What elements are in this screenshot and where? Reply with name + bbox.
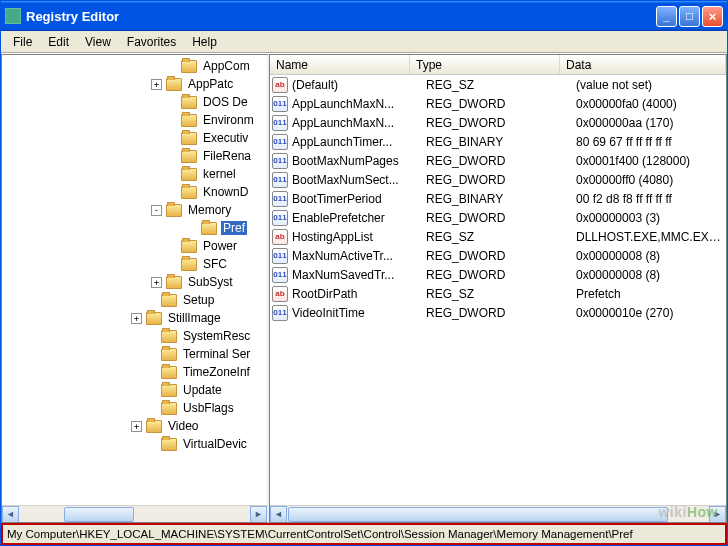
string-value-icon: ab bbox=[272, 77, 288, 93]
tree-body[interactable]: AppCom+AppPatcDOS DeEnvironmExecutivFile… bbox=[2, 55, 267, 505]
folder-icon bbox=[166, 276, 182, 289]
scroll-left-icon[interactable]: ◄ bbox=[270, 506, 287, 523]
tree-label: KnownD bbox=[201, 185, 250, 199]
value-type: REG_DWORD bbox=[426, 249, 576, 263]
value-type: REG_BINARY bbox=[426, 192, 576, 206]
tree-label: FileRena bbox=[201, 149, 253, 163]
scroll-thumb[interactable] bbox=[288, 507, 668, 522]
folder-icon bbox=[181, 114, 197, 127]
menu-file[interactable]: File bbox=[5, 33, 40, 51]
tree-item[interactable]: TimeZoneInf bbox=[2, 363, 267, 381]
expand-icon[interactable]: + bbox=[131, 421, 142, 432]
tree-label: Memory bbox=[186, 203, 233, 217]
list-panel: Name Type Data ab(Default)REG_SZ(value n… bbox=[269, 54, 727, 523]
value-name: AppLaunchMaxN... bbox=[292, 97, 426, 111]
value-row[interactable]: abRootDirPathREG_SZPrefetch bbox=[270, 284, 726, 303]
tree-item[interactable]: Power bbox=[2, 237, 267, 255]
tree-item[interactable]: Update bbox=[2, 381, 267, 399]
value-name: (Default) bbox=[292, 78, 426, 92]
tree-item[interactable]: Environm bbox=[2, 111, 267, 129]
value-name: BootMaxNumSect... bbox=[292, 173, 426, 187]
column-data[interactable]: Data bbox=[560, 55, 726, 74]
list-body[interactable]: ab(Default)REG_SZ(value not set)011AppLa… bbox=[270, 75, 726, 505]
tree-item[interactable]: +SubSyst bbox=[2, 273, 267, 291]
menu-favorites[interactable]: Favorites bbox=[119, 33, 184, 51]
maximize-button[interactable]: □ bbox=[679, 6, 700, 27]
folder-icon bbox=[146, 312, 162, 325]
tree-item[interactable]: -Memory bbox=[2, 201, 267, 219]
tree-label: Terminal Ser bbox=[181, 347, 252, 361]
tree-label: UsbFlags bbox=[181, 401, 236, 415]
collapse-icon[interactable]: - bbox=[151, 205, 162, 216]
expand-icon[interactable]: + bbox=[151, 79, 162, 90]
tree-item[interactable]: AppCom bbox=[2, 57, 267, 75]
scroll-right-icon[interactable]: ► bbox=[250, 506, 267, 523]
close-button[interactable]: × bbox=[702, 6, 723, 27]
tree-item[interactable]: FileRena bbox=[2, 147, 267, 165]
folder-icon bbox=[181, 240, 197, 253]
menu-view[interactable]: View bbox=[77, 33, 119, 51]
statusbar-path: My Computer\HKEY_LOCAL_MACHINE\SYSTEM\Cu… bbox=[1, 523, 727, 545]
tree-label: Power bbox=[201, 239, 239, 253]
tree-item[interactable]: SystemResc bbox=[2, 327, 267, 345]
tree-scrollbar[interactable]: ◄ ► bbox=[2, 505, 267, 522]
value-row[interactable]: ab(Default)REG_SZ(value not set) bbox=[270, 75, 726, 94]
tree-item[interactable]: VirtualDevic bbox=[2, 435, 267, 453]
binary-value-icon: 011 bbox=[272, 96, 288, 112]
value-data: 0x00000003 (3) bbox=[576, 211, 726, 225]
value-data: 0x00000ff0 (4080) bbox=[576, 173, 726, 187]
tree-label: VirtualDevic bbox=[181, 437, 249, 451]
column-type[interactable]: Type bbox=[410, 55, 560, 74]
value-name: MaxNumActiveTr... bbox=[292, 249, 426, 263]
scroll-left-icon[interactable]: ◄ bbox=[2, 506, 19, 523]
tree-item[interactable]: Executiv bbox=[2, 129, 267, 147]
binary-value-icon: 011 bbox=[272, 134, 288, 150]
tree-item[interactable]: +StillImage bbox=[2, 309, 267, 327]
value-row[interactable]: 011BootMaxNumSect...REG_DWORD0x00000ff0 … bbox=[270, 170, 726, 189]
scroll-track[interactable] bbox=[19, 506, 250, 523]
tree-item[interactable]: Pref bbox=[2, 219, 267, 237]
scroll-thumb[interactable] bbox=[64, 507, 134, 522]
expand-icon[interactable]: + bbox=[131, 313, 142, 324]
tree-item[interactable]: DOS De bbox=[2, 93, 267, 111]
tree-item[interactable]: UsbFlags bbox=[2, 399, 267, 417]
tree-label: Setup bbox=[181, 293, 216, 307]
tree-item[interactable]: Terminal Ser bbox=[2, 345, 267, 363]
column-name[interactable]: Name bbox=[270, 55, 410, 74]
tree-item[interactable]: kernel bbox=[2, 165, 267, 183]
value-row[interactable]: 011BootMaxNumPagesREG_DWORD0x0001f400 (1… bbox=[270, 151, 726, 170]
tree-label: SystemResc bbox=[181, 329, 252, 343]
watermark-how: How bbox=[687, 504, 718, 520]
value-data: 0x00000fa0 (4000) bbox=[576, 97, 726, 111]
value-row[interactable]: 011MaxNumSavedTr...REG_DWORD0x00000008 (… bbox=[270, 265, 726, 284]
value-row[interactable]: 011VideoInitTimeREG_DWORD0x0000010e (270… bbox=[270, 303, 726, 322]
value-row[interactable]: abHostingAppListREG_SZDLLHOST.EXE,MMC.EX… bbox=[270, 227, 726, 246]
tree-item[interactable]: +Video bbox=[2, 417, 267, 435]
value-name: VideoInitTime bbox=[292, 306, 426, 320]
value-row[interactable]: 011MaxNumActiveTr...REG_DWORD0x00000008 … bbox=[270, 246, 726, 265]
titlebar[interactable]: Registry Editor _ □ × bbox=[1, 1, 727, 31]
menu-help[interactable]: Help bbox=[184, 33, 225, 51]
value-row[interactable]: 011EnablePrefetcherREG_DWORD0x00000003 (… bbox=[270, 208, 726, 227]
binary-value-icon: 011 bbox=[272, 267, 288, 283]
tree-item[interactable]: KnownD bbox=[2, 183, 267, 201]
string-value-icon: ab bbox=[272, 229, 288, 245]
value-row[interactable]: 011AppLaunchTimer...REG_BINARY80 69 67 f… bbox=[270, 132, 726, 151]
scroll-track[interactable] bbox=[287, 506, 709, 523]
window-controls: _ □ × bbox=[656, 6, 723, 27]
expand-icon[interactable]: + bbox=[151, 277, 162, 288]
binary-value-icon: 011 bbox=[272, 115, 288, 131]
value-row[interactable]: 011AppLaunchMaxN...REG_DWORD0x00000fa0 (… bbox=[270, 94, 726, 113]
menu-edit[interactable]: Edit bbox=[40, 33, 77, 51]
tree-label: SFC bbox=[201, 257, 229, 271]
value-row[interactable]: 011BootTimerPeriodREG_BINARY00 f2 d8 f8 … bbox=[270, 189, 726, 208]
watermark-wiki: wiki bbox=[658, 504, 686, 520]
minimize-button[interactable]: _ bbox=[656, 6, 677, 27]
tree-item[interactable]: Setup bbox=[2, 291, 267, 309]
binary-value-icon: 011 bbox=[272, 191, 288, 207]
value-row[interactable]: 011AppLaunchMaxN...REG_DWORD0x000000aa (… bbox=[270, 113, 726, 132]
tree-item[interactable]: +AppPatc bbox=[2, 75, 267, 93]
value-name: AppLaunchMaxN... bbox=[292, 116, 426, 130]
tree-item[interactable]: SFC bbox=[2, 255, 267, 273]
value-type: REG_SZ bbox=[426, 287, 576, 301]
